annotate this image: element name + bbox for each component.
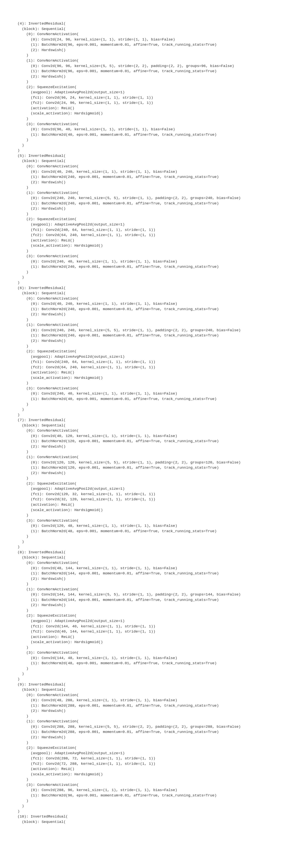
code-line: (fc2): Conv2d(72, 288, kernel_size=(1, 1… xyxy=(0,761,295,767)
code-line: (1): BatchNorm2d(96, eps=0.001, momentum… xyxy=(0,42,295,48)
code-line: (2): Hardswish() xyxy=(0,708,295,714)
code-line: (0): Conv2d(240, 240, kernel_size=(5, 5)… xyxy=(0,195,295,201)
code-line: ) xyxy=(0,677,295,682)
code-line: (block): Sequential( xyxy=(0,423,295,428)
code-line: (1): ConvNormActivation( xyxy=(0,190,295,196)
code-line: (avgpool): AdaptiveAvgPool2d(output_size… xyxy=(0,486,295,492)
code-line: (block): Sequential( xyxy=(0,687,295,692)
code-line: ) xyxy=(0,402,295,407)
code-line: (0): ConvNormActivation( xyxy=(0,560,295,566)
code-line: (2): SqueezeExcitation( xyxy=(0,745,295,751)
code-line: (activation): ReLU() xyxy=(0,634,295,640)
code-line: ) xyxy=(0,777,295,782)
code-line: ) xyxy=(0,671,295,677)
code-line: (0): Conv2d(240, 240, kernel_size=(5, 5)… xyxy=(0,328,295,333)
code-line: (1): BatchNorm2d(48, eps=0.001, momentum… xyxy=(0,529,295,534)
code-line: (1): BatchNorm2d(40, eps=0.001, momentum… xyxy=(0,397,295,402)
code-line: (1): BatchNorm2d(96, eps=0.001, momentum… xyxy=(0,793,295,798)
code-line: (0): ConvNormActivation( xyxy=(0,32,295,37)
code-line: (fc2): Conv2d(32, 120, kernel_size=(1, 1… xyxy=(0,497,295,502)
code-line: ) xyxy=(0,380,295,386)
code-line: (1): BatchNorm2d(144, eps=0.001, momentu… xyxy=(0,597,295,603)
code-line: (scale_activation): Hardsigmoid() xyxy=(0,507,295,513)
code-line: (0): Conv2d(120, 48, kernel_size=(1, 1),… xyxy=(0,523,295,529)
code-line: ) xyxy=(0,804,295,809)
code-line: (1): BatchNorm2d(240, eps=0.001, momentu… xyxy=(0,333,295,338)
code-line: ) xyxy=(0,809,295,814)
code-line: (2): Hardswish() xyxy=(0,602,295,608)
code-line: (1): ConvNormActivation( xyxy=(0,322,295,328)
code-line: (scale_activation): Hardsigmoid() xyxy=(0,772,295,777)
code-line: (0): Conv2d(96, 96, kernel_size=(5, 5), … xyxy=(0,64,295,69)
code-line: (block): Sequential( xyxy=(0,27,295,32)
code-line: ) xyxy=(0,545,295,550)
code-line: ) xyxy=(0,249,295,254)
code-line: ) xyxy=(0,148,295,153)
code-line: (block): Sequential( xyxy=(0,555,295,560)
code-line: (avgpool): AdaptiveAvgPool2d(output_size… xyxy=(0,354,295,360)
code-line: (scale_activation): Hardsigmoid() xyxy=(0,243,295,249)
code-line: ) xyxy=(0,407,295,412)
code-line: (fc1): Conv2d(96, 24, kernel_size=(1, 1)… xyxy=(0,95,295,100)
code-line: (1): ConvNormActivation( xyxy=(0,719,295,724)
code-line: (3): ConvNormActivation( xyxy=(0,386,295,391)
code-line: (9): InvertedResidual( xyxy=(0,682,295,687)
code-line: (activation): ReLU() xyxy=(0,502,295,507)
code-line: (fc1): Conv2d(240, 64, kernel_size=(1, 1… xyxy=(0,360,295,365)
code-line: (1): BatchNorm2d(240, eps=0.001, momentu… xyxy=(0,307,295,312)
code-line: (block): Sequential( xyxy=(0,291,295,296)
code-line: (2): Hardswish() xyxy=(0,470,295,476)
code-line: (0): Conv2d(48, 288, kernel_size=(1, 1),… xyxy=(0,698,295,703)
code-line: (scale_activation): Hardsigmoid() xyxy=(0,375,295,381)
code-line: ) xyxy=(0,539,295,545)
code-line: ) xyxy=(0,143,295,148)
code-line: (0): Conv2d(240, 40, kernel_size=(1, 1),… xyxy=(0,259,295,265)
code-line: (0): Conv2d(24, 96, kernel_size=(1, 1), … xyxy=(0,37,295,42)
code-line: (3): ConvNormActivation( xyxy=(0,650,295,656)
code-line: (activation): ReLU() xyxy=(0,106,295,111)
code-line: ) xyxy=(0,79,295,85)
code-line: (2): Hardswish() xyxy=(0,338,295,344)
code-line: (1): ConvNormActivation( xyxy=(0,587,295,592)
code-line: (1): BatchNorm2d(288, eps=0.001, momentu… xyxy=(0,703,295,709)
code-line: (1): ConvNormActivation( xyxy=(0,455,295,460)
code-line: (fc1): Conv2d(120, 32, kernel_size=(1, 1… xyxy=(0,492,295,497)
code-line: ) xyxy=(0,270,295,275)
code-line: (0): Conv2d(288, 96, kernel_size=(1, 1),… xyxy=(0,787,295,793)
code-line: (1): BatchNorm2d(48, eps=0.001, momentum… xyxy=(0,661,295,666)
code-line: (fc1): Conv2d(144, 40, kernel_size=(1, 1… xyxy=(0,624,295,629)
code-line: (1): BatchNorm2d(240, eps=0.001, momentu… xyxy=(0,201,295,206)
code-line: (1): BatchNorm2d(40, eps=0.001, momentum… xyxy=(0,132,295,137)
code-line: (0): ConvNormActivation( xyxy=(0,428,295,434)
code-line: ) xyxy=(0,666,295,672)
code-line: (2): Hardswish() xyxy=(0,576,295,582)
code-line: (0): Conv2d(240, 40, kernel_size=(1, 1),… xyxy=(0,391,295,397)
code-line: ) xyxy=(0,137,295,143)
code-line: (1): BatchNorm2d(144, eps=0.001, momentu… xyxy=(0,571,295,576)
code-line: (4): InvertedResidual( xyxy=(0,21,295,27)
code-line: (1): BatchNorm2d(120, eps=0.001, momentu… xyxy=(0,465,295,470)
code-line: (avgpool): AdaptiveAvgPool2d(output_size… xyxy=(0,222,295,227)
code-line: (3): ConvNormActivation( xyxy=(0,254,295,259)
code-line: (0): Conv2d(40, 240, kernel_size=(1, 1),… xyxy=(0,301,295,307)
code-line: (fc1): Conv2d(288, 72, kernel_size=(1, 1… xyxy=(0,756,295,761)
code-line: (7): InvertedResidual( xyxy=(0,417,295,423)
code-line: (2): Hardswish() xyxy=(0,74,295,80)
code-line: (3): ConvNormActivation( xyxy=(0,518,295,524)
code-line: (0): Conv2d(144, 48, kernel_size=(1, 1),… xyxy=(0,656,295,661)
code-line: ) xyxy=(0,116,295,122)
code-line: (8): InvertedResidual( xyxy=(0,550,295,555)
code-line: ) xyxy=(0,412,295,418)
code-line: ) xyxy=(0,317,295,322)
code-line: (activation): ReLU() xyxy=(0,238,295,243)
code-line: (2): SqueezeExcitation( xyxy=(0,349,295,354)
code-line: (avgpool): AdaptiveAvgPool2d(output_size… xyxy=(0,751,295,756)
code-line: ) xyxy=(0,534,295,539)
code-line: (1): BatchNorm2d(96, eps=0.001, momentum… xyxy=(0,69,295,74)
code-line: (0): Conv2d(120, 120, kernel_size=(5, 5)… xyxy=(0,460,295,465)
code-line: (0): Conv2d(40, 120, kernel_size=(1, 1),… xyxy=(0,434,295,439)
code-line: (0): ConvNormActivation( xyxy=(0,692,295,698)
code-line: (avgpool): AdaptiveAvgPool2d(output_size… xyxy=(0,619,295,624)
code-line: ) xyxy=(0,798,295,804)
code-line: (10): InvertedResidual( xyxy=(0,814,295,819)
